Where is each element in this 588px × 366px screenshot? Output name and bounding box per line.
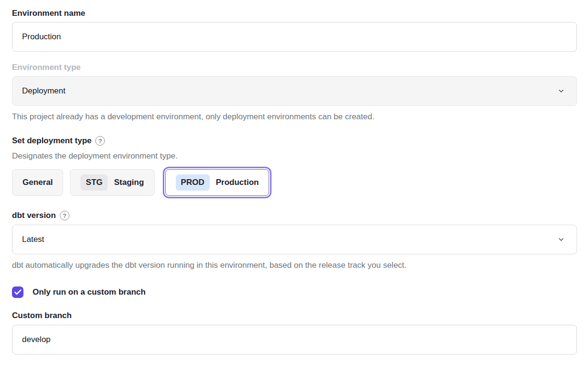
environment-name-input[interactable] bbox=[12, 22, 577, 52]
deployment-type-helper: Designates the deployment environment ty… bbox=[12, 151, 577, 161]
deployment-type-production-button[interactable]: PROD Production bbox=[165, 169, 270, 196]
environment-form: Environment name Environment type Deploy… bbox=[0, 0, 588, 355]
deployment-type-staging-label: Staging bbox=[114, 178, 144, 187]
deployment-type-options: General STG Staging PROD Production bbox=[12, 169, 577, 196]
deployment-type-general-button[interactable]: General bbox=[12, 169, 63, 196]
chevron-down-icon bbox=[557, 236, 565, 243]
staging-badge: STG bbox=[80, 174, 108, 191]
dbt-version-value: Latest bbox=[22, 235, 44, 244]
environment-type-helper: This project already has a development e… bbox=[12, 112, 577, 122]
production-badge: PROD bbox=[176, 174, 210, 191]
question-circle-icon[interactable]: ? bbox=[60, 211, 69, 220]
dbt-version-label: dbt version bbox=[12, 210, 56, 221]
dbt-version-helper: dbt automatically upgrades the dbt versi… bbox=[12, 260, 577, 271]
custom-branch-toggle-label[interactable]: Only run on a custom branch bbox=[33, 287, 146, 297]
environment-type-value: Deployment bbox=[22, 86, 66, 96]
deployment-type-general-label: General bbox=[23, 178, 53, 187]
deployment-type-production-label: Production bbox=[216, 178, 259, 187]
environment-name-label: Environment name bbox=[12, 8, 577, 19]
custom-branch-label: Custom branch bbox=[12, 310, 577, 321]
chevron-down-icon bbox=[557, 87, 565, 95]
custom-branch-input[interactable] bbox=[12, 325, 577, 355]
question-circle-icon[interactable]: ? bbox=[95, 136, 105, 146]
environment-type-select: Deployment bbox=[12, 76, 577, 106]
dbt-version-select[interactable]: Latest bbox=[12, 225, 577, 254]
custom-branch-checkbox[interactable] bbox=[12, 286, 23, 298]
environment-type-label: Environment type bbox=[12, 62, 577, 73]
deployment-type-staging-button[interactable]: STG Staging bbox=[70, 169, 154, 196]
deployment-type-label: Set deployment type bbox=[12, 136, 91, 146]
checkmark-icon bbox=[14, 289, 22, 295]
